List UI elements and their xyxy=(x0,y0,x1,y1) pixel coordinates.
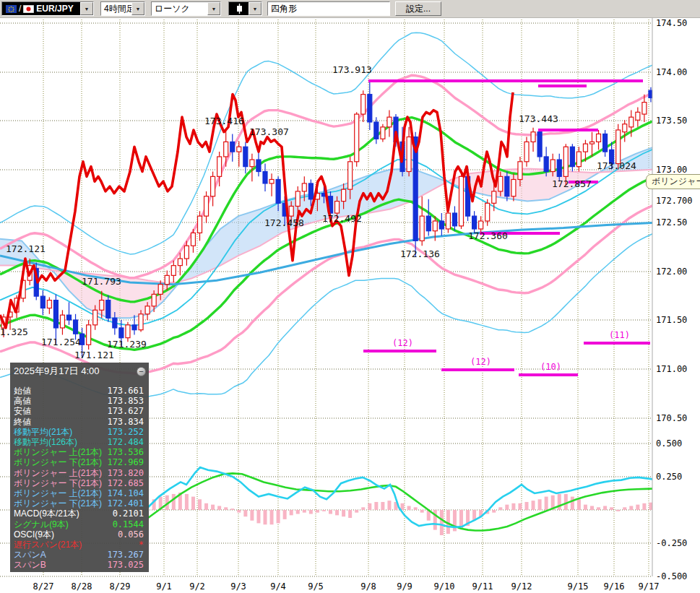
osci-bar xyxy=(538,499,542,510)
candle-up xyxy=(335,202,340,213)
panel-row-value: 173.661 xyxy=(107,386,144,396)
jp-flag-icon xyxy=(23,5,34,13)
swing-price-label: 172.121 xyxy=(6,243,46,254)
candle-up xyxy=(511,179,516,196)
minimize-button[interactable]: − xyxy=(137,367,146,376)
osci-bar xyxy=(172,494,176,510)
x-axis-label: 9/17 xyxy=(639,581,660,592)
candle-down xyxy=(439,221,444,229)
candle-down xyxy=(74,320,78,334)
panel-row-value: 0.2101 xyxy=(113,508,144,519)
candle-icon xyxy=(229,3,249,14)
candle-up xyxy=(191,233,195,246)
candle-color-selector[interactable]: ▼ xyxy=(228,1,262,16)
panel-row: OSCI(9本)0.056 xyxy=(10,529,149,540)
panel-row-label: ボリンジャー 下(21本) xyxy=(14,478,102,488)
draw-tool-input[interactable]: 四角形 xyxy=(267,1,390,16)
x-axis-label: 8/28 xyxy=(72,581,92,592)
osci-bar xyxy=(381,502,384,510)
osci-bar xyxy=(277,510,280,523)
panel-row: ボリンジャー 上(21本)174.104 xyxy=(10,488,149,498)
candle-down xyxy=(537,132,542,157)
candle-up xyxy=(387,117,392,127)
y-axis-label: 172.700 xyxy=(656,196,693,206)
candle-up xyxy=(636,112,640,120)
osci-bar xyxy=(629,506,633,510)
y-axis-label: -0.500 xyxy=(656,571,687,581)
timeframe-selector[interactable]: 4時間足 ▼ xyxy=(100,1,145,16)
x-axis-label: 9/16 xyxy=(604,581,625,592)
osci-bar xyxy=(505,505,509,510)
candle-down xyxy=(544,157,548,172)
panel-row-label: ボリンジャー 上(21本) xyxy=(14,447,102,457)
toolbar: / EUR/JPY ▼ 4時間足 ▼ ローソク ▼ ▼ 四角形 設定... xyxy=(0,0,700,18)
candle-down xyxy=(570,147,574,166)
chart-type-dropdown-arrow-icon[interactable]: ▼ xyxy=(207,2,220,15)
candle-color-swatch xyxy=(229,2,249,15)
panel-row: 高値173.853 xyxy=(10,396,149,406)
osci-bar xyxy=(492,510,496,513)
panel-row-label: スパンA xyxy=(14,550,46,560)
y-axis-label: 0.500 xyxy=(656,438,682,449)
swing-price-label: 173.416 xyxy=(204,116,244,126)
osci-bar xyxy=(322,510,326,511)
candle-down xyxy=(557,160,561,176)
swing-price-label: 173.913 xyxy=(332,64,372,75)
indicator-tooltip: ボリンジャー 下 xyxy=(646,174,700,189)
panel-row-value: 173.536 xyxy=(107,447,144,457)
panel-row: 始値173.661 xyxy=(10,386,149,396)
y-axis-label: 174.50 xyxy=(656,18,687,28)
osci-bar xyxy=(610,507,613,510)
panel-row-value: 173.627 xyxy=(107,406,144,416)
candle-down xyxy=(113,318,117,328)
panel-row: 終値173.834 xyxy=(10,417,149,427)
osci-bar xyxy=(603,506,607,510)
panel-row: ボリンジャー 下(21本)172.969 xyxy=(10,457,149,467)
candle-down xyxy=(452,213,457,226)
pair-label: EUR/JPY xyxy=(36,4,73,14)
osci-bar xyxy=(335,510,339,515)
candle-up xyxy=(47,300,51,308)
osci-bar xyxy=(577,499,581,510)
osci-bar xyxy=(420,510,424,513)
osci-bar xyxy=(290,510,293,515)
panel-row-value: 172.484 xyxy=(107,437,144,447)
y-axis-label: 173.50 xyxy=(656,116,687,126)
candle-up xyxy=(152,294,156,306)
candle-up xyxy=(563,147,568,176)
panel-row-label: ボリンジャー 下(21本) xyxy=(14,498,102,508)
candle-up xyxy=(531,132,535,142)
candle-down xyxy=(263,172,267,183)
pair-dropdown-arrow-icon[interactable]: ▼ xyxy=(80,2,93,15)
osci-bar xyxy=(518,503,522,510)
data-panel-header: 2025年9月17日 4:00 − xyxy=(10,363,149,378)
osci-bar xyxy=(256,510,260,523)
swing-price-label: 173.307 xyxy=(249,126,289,137)
osci-bar xyxy=(511,503,515,510)
chart-type-selector[interactable]: ローソク ▼ xyxy=(151,1,221,16)
x-axis-label: 9/2 xyxy=(189,581,205,592)
pair-selector[interactable]: / EUR/JPY ▼ xyxy=(1,1,94,16)
timeframe-dropdown-arrow-icon[interactable]: ▼ xyxy=(131,2,144,15)
candle-up xyxy=(224,142,228,157)
candle-down xyxy=(119,328,124,338)
panel-row-label: 遅行スパン(21本) xyxy=(14,540,82,550)
osci-bar xyxy=(545,497,548,510)
panel-row: 遅行スパン(21本)* xyxy=(10,540,149,550)
candle-up xyxy=(178,259,182,266)
candle-up xyxy=(498,176,503,191)
candle-up xyxy=(100,300,104,311)
osci-bar xyxy=(532,501,535,510)
osci-bar xyxy=(636,505,639,510)
candle-color-dropdown-arrow-icon[interactable]: ▼ xyxy=(249,2,262,15)
pair-slash: / xyxy=(19,4,21,14)
candle-down xyxy=(276,179,280,203)
candle-up xyxy=(139,314,143,330)
panel-row-label: 安値 xyxy=(14,406,31,416)
candle-up xyxy=(145,306,150,314)
candle-down xyxy=(374,122,379,139)
panel-row: 移動平均(126本)172.484 xyxy=(10,437,149,447)
candle-up xyxy=(269,179,274,183)
settings-button[interactable]: 設定... xyxy=(395,1,441,16)
annotation-label: (11) xyxy=(609,330,630,340)
